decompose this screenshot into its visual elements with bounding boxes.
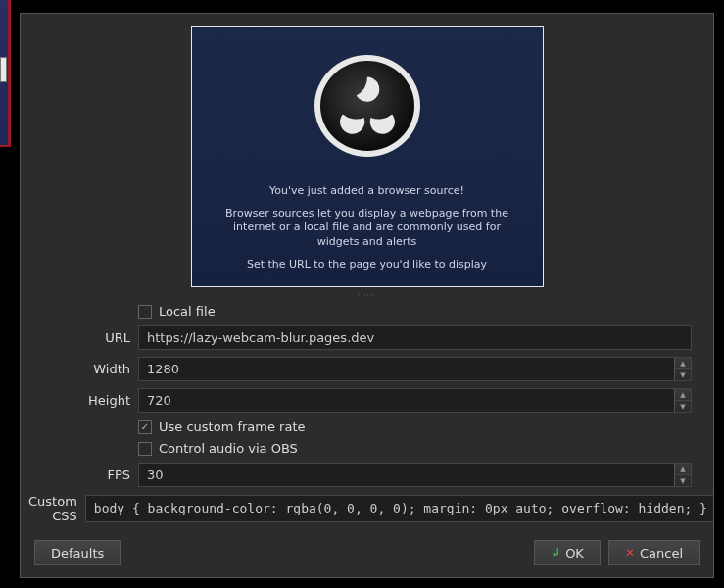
chevron-down-icon[interactable]: ▼ [675,401,691,412]
chevron-up-icon[interactable]: ▲ [675,389,691,401]
dialog-button-bar: Defaults ↲ OK ✕ Cancel [21,532,713,577]
custom-css-label: Custom CSS [28,494,85,523]
chevron-down-icon[interactable]: ▼ [675,369,691,380]
preview-text-3: Set the URL to the page you'd like to di… [247,258,487,272]
preview-text-1: You've just added a browser source! [269,184,464,199]
obs-logo [314,55,420,157]
local-file-checkbox[interactable] [138,305,152,318]
fps-spinner[interactable]: ▲ ▼ [674,463,692,487]
ok-button-label: OK [565,546,584,561]
width-label: Width [28,362,138,376]
close-icon: ✕ [625,546,635,560]
left-background-strip [0,0,11,147]
cancel-button[interactable]: ✕ Cancel [608,540,700,565]
browser-source-preview: You've just added a browser source! Brow… [191,26,544,287]
width-input[interactable] [138,357,674,381]
chevron-down-icon[interactable]: ▼ [675,475,691,486]
custom-css-input[interactable]: body { background-color: rgba(0, 0, 0, 0… [85,495,713,522]
source-properties-dialog: You've just added a browser source! Brow… [20,13,714,578]
local-file-label: Local file [159,304,216,318]
custom-framerate-label: Use custom frame rate [159,419,306,434]
url-label: URL [28,330,138,345]
control-audio-checkbox[interactable] [138,442,152,456]
cancel-button-label: Cancel [640,546,683,561]
height-spinner[interactable]: ▲ ▼ [674,388,692,413]
url-input[interactable] [138,325,692,350]
chevron-up-icon[interactable]: ▲ [675,464,691,475]
checkmark-icon: ↲ [551,546,560,560]
height-input[interactable] [138,388,674,413]
obs-logo-icon [333,72,402,140]
left-strip-accent [0,57,7,82]
defaults-button-label: Defaults [51,546,104,561]
width-spinner[interactable]: ▲ ▼ [674,357,692,381]
control-audio-label: Control audio via OBS [159,441,298,456]
height-label: Height [28,393,138,408]
fps-label: FPS [28,467,138,482]
defaults-button[interactable]: Defaults [34,540,121,565]
properties-form: Local file URL Width ▲ ▼ Heigh [21,304,713,532]
ok-button[interactable]: ↲ OK [534,540,601,565]
resize-handle[interactable]: ······ [21,291,713,298]
fps-input[interactable] [138,463,674,487]
chevron-up-icon[interactable]: ▲ [675,358,691,369]
custom-framerate-checkbox[interactable] [138,420,152,434]
preview-text-2: Browser sources let you display a webpag… [214,207,521,251]
